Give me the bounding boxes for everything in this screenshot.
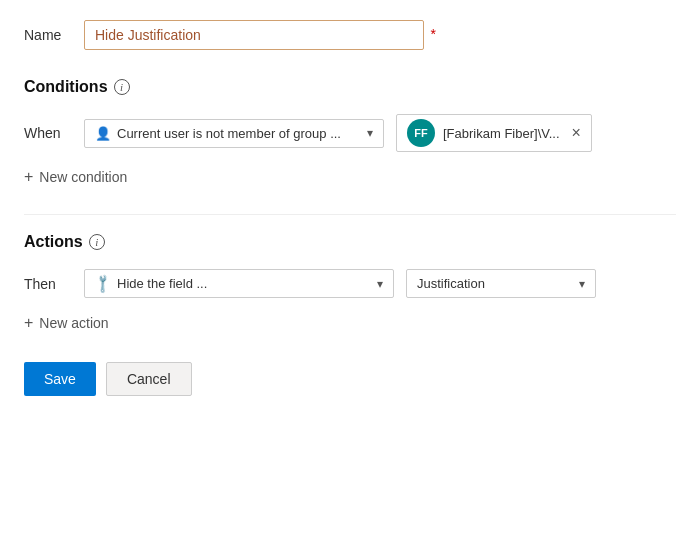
actions-section: Actions i Then 🔧 Hide the field ... ▾ Ju… — [24, 233, 676, 332]
tag-avatar: FF — [407, 119, 435, 147]
field-dropdown-text: Justification — [417, 276, 485, 291]
action-dropdown-text: Hide the field ... — [117, 276, 207, 291]
new-action-row[interactable]: + New action — [24, 314, 676, 332]
condition-chevron-icon: ▾ — [367, 126, 373, 140]
when-row: When 👤 Current user is not member of gro… — [24, 114, 676, 152]
tag-close-icon[interactable]: × — [572, 125, 581, 141]
action-chevron-icon: ▾ — [377, 277, 383, 291]
new-action-label: New action — [39, 315, 108, 331]
conditions-section: Conditions i When 👤 Current user is not … — [24, 78, 676, 186]
user-icon: 👤 — [95, 126, 111, 141]
field-dropdown[interactable]: Justification ▾ — [406, 269, 596, 298]
action-icon: 🔧 — [92, 273, 114, 295]
name-label: Name — [24, 27, 84, 43]
group-tag: FF [Fabrikam Fiber]\V... × — [396, 114, 592, 152]
new-condition-label: New condition — [39, 169, 127, 185]
then-row: Then 🔧 Hide the field ... ▾ Justificatio… — [24, 269, 676, 298]
save-button[interactable]: Save — [24, 362, 96, 396]
field-chevron-icon: ▾ — [579, 277, 585, 291]
when-label: When — [24, 125, 72, 141]
then-label: Then — [24, 276, 72, 292]
new-condition-row[interactable]: + New condition — [24, 168, 676, 186]
name-input[interactable] — [84, 20, 424, 50]
button-row: Save Cancel — [24, 362, 676, 396]
new-action-plus-icon: + — [24, 314, 33, 332]
conditions-title: Conditions — [24, 78, 108, 96]
condition-dropdown[interactable]: 👤 Current user is not member of group ..… — [84, 119, 384, 148]
action-dropdown[interactable]: 🔧 Hide the field ... ▾ — [84, 269, 394, 298]
new-condition-plus-icon: + — [24, 168, 33, 186]
cancel-button[interactable]: Cancel — [106, 362, 192, 396]
tag-text: [Fabrikam Fiber]\V... — [443, 126, 560, 141]
required-star: * — [431, 26, 436, 42]
actions-title: Actions — [24, 233, 83, 251]
actions-info-icon[interactable]: i — [89, 234, 105, 250]
conditions-info-icon[interactable]: i — [114, 79, 130, 95]
condition-dropdown-text: Current user is not member of group ... — [117, 126, 341, 141]
